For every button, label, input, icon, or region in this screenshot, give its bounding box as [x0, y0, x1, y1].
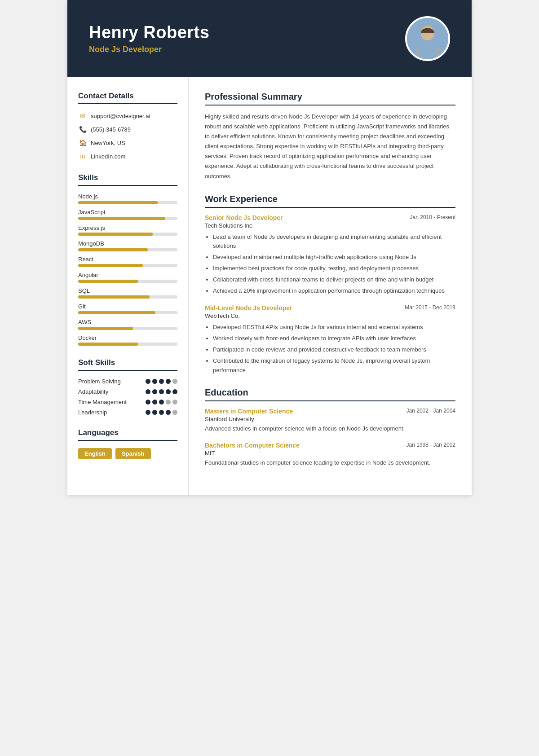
skill-bar-bg	[78, 311, 177, 314]
languages-title: Languages	[78, 428, 177, 437]
body: Contact Details ✉support@cvdesigner.ai📞(…	[67, 77, 472, 495]
skill-dot	[172, 379, 177, 384]
skill-bar-fill	[78, 311, 155, 314]
summary-divider	[205, 105, 455, 105]
skill-bar-bg	[78, 217, 177, 220]
skill-items: Node.js JavaScript Express.js MongoDB Re…	[78, 193, 177, 346]
skills-title: Skills	[78, 173, 177, 182]
summary-section: Professional Summary Highly skilled and …	[205, 92, 455, 181]
skill-item: Docker	[78, 334, 177, 346]
skill-name: Git	[78, 303, 177, 310]
phone-icon: 📞	[78, 125, 87, 134]
skill-dot	[172, 410, 177, 415]
soft-skills-section: Soft Skills Problem Solving Adaptability…	[78, 358, 177, 416]
edu-degree: Masters in Computer Science	[205, 408, 293, 415]
soft-skill-item: Adaptability	[78, 388, 177, 395]
skill-name: JavaScript	[78, 209, 177, 215]
skill-dot	[159, 379, 164, 384]
skill-item: Angular	[78, 272, 177, 283]
languages-divider	[78, 440, 177, 441]
skill-name: React	[78, 256, 177, 263]
summary-text: Highly skilled and results-driven Node J…	[205, 112, 455, 181]
soft-skill-name: Time Management	[78, 399, 146, 405]
soft-skill-name: Problem Solving	[78, 378, 146, 385]
edu-item: Bachelors in Computer Science Jan 1998 -…	[205, 442, 455, 468]
skill-dot	[146, 400, 150, 404]
soft-skill-item: Problem Solving	[78, 378, 177, 385]
skill-dot	[146, 379, 150, 384]
main-content: Professional Summary Highly skilled and …	[189, 77, 472, 495]
edu-items: Masters in Computer Science Jan 2002 - J…	[205, 408, 455, 468]
skill-item: Git	[78, 303, 177, 314]
education-section: Education Masters in Computer Science Ja…	[205, 387, 455, 468]
language-tag: English	[78, 448, 112, 459]
skill-bar-bg	[78, 295, 177, 299]
bullet-item: Achieved a 20% improvement in applicatio…	[213, 286, 455, 296]
soft-skill-name: Leadership	[78, 409, 146, 416]
contact-section: Contact Details ✉support@cvdesigner.ai📞(…	[78, 92, 177, 161]
dots	[146, 410, 177, 415]
skill-bar-fill	[78, 201, 158, 204]
edu-header: Bachelors in Computer Science Jan 1998 -…	[205, 442, 455, 449]
soft-skills-title: Soft Skills	[78, 358, 177, 367]
skills-section: Skills Node.js JavaScript Express.js Mon…	[78, 173, 177, 346]
job-header: Mid-Level Node Js Developer Mar 2015 - D…	[205, 304, 455, 312]
contact-value: LinkedIn.com	[91, 153, 125, 160]
skill-name: MongoDB	[78, 240, 177, 247]
skill-bar-fill	[78, 217, 165, 220]
skill-bar-fill	[78, 343, 138, 346]
bullet-item: Implemented best practices for code qual…	[213, 264, 455, 273]
skill-dot	[166, 389, 171, 394]
svg-point-4	[417, 41, 438, 59]
contact-items: ✉support@cvdesigner.ai📞(555) 345-6789🏠Ne…	[78, 111, 177, 161]
skill-dot	[172, 389, 177, 394]
skill-name: Node.js	[78, 193, 177, 200]
education-divider	[205, 400, 455, 401]
address-icon: 🏠	[78, 138, 87, 147]
skill-dot	[166, 400, 171, 404]
bullet-item: Developed and maintained multiple high-t…	[213, 253, 455, 262]
skill-bar-bg	[78, 201, 177, 204]
skill-item: AWS	[78, 319, 177, 330]
skill-bar-bg	[78, 233, 177, 236]
skill-dot	[159, 400, 164, 404]
job-items: Senior Node Js Developer Jan 2010 - Pres…	[205, 214, 455, 375]
contact-value: (555) 345-6789	[91, 126, 131, 133]
contact-value: NewYork, US	[91, 140, 125, 146]
skill-item: Node.js	[78, 193, 177, 204]
linkedin-icon: in	[78, 152, 87, 161]
contact-item: 📞(555) 345-6789	[78, 125, 177, 134]
skill-item: React	[78, 256, 177, 267]
bullet-item: Lead a team of Node Js developers in des…	[213, 233, 455, 251]
skill-dot	[159, 410, 164, 415]
bullet-item: Participated in code reviews and provide…	[213, 345, 455, 355]
job-item: Senior Node Js Developer Jan 2010 - Pres…	[205, 214, 455, 296]
work-experience-title: Work Experience	[205, 194, 455, 204]
edu-item: Masters in Computer Science Jan 2002 - J…	[205, 408, 455, 434]
header: Henry Roberts Node Js Developer	[67, 0, 472, 77]
edu-desc: Foundational studies in computer science…	[205, 458, 455, 468]
summary-title: Professional Summary	[205, 92, 455, 102]
sidebar: Contact Details ✉support@cvdesigner.ai📞(…	[67, 77, 189, 495]
contact-item: ✉support@cvdesigner.ai	[78, 111, 177, 120]
skill-item: JavaScript	[78, 209, 177, 220]
job-dates: Mar 2015 - Dec 2019	[405, 304, 455, 311]
bullet-item: Collaborated with cross-functional teams…	[213, 275, 455, 285]
skill-bar-bg	[78, 248, 177, 251]
skill-item: Express.js	[78, 224, 177, 236]
skill-bar-fill	[78, 248, 148, 251]
skill-name: Docker	[78, 334, 177, 341]
job-company: WebTech Co.	[205, 312, 455, 319]
skill-bar-bg	[78, 280, 177, 283]
soft-skill-item: Leadership	[78, 409, 177, 416]
skill-dot	[146, 410, 150, 415]
skill-dot	[152, 389, 157, 394]
contact-item: 🏠NewYork, US	[78, 138, 177, 147]
header-text: Henry Roberts Node Js Developer	[89, 23, 209, 54]
skill-dot	[152, 400, 157, 404]
soft-skill-item: Time Management	[78, 399, 177, 405]
skill-bar-bg	[78, 327, 177, 330]
edu-header: Masters in Computer Science Jan 2002 - J…	[205, 408, 455, 415]
skill-name: Angular	[78, 272, 177, 278]
skill-item: MongoDB	[78, 240, 177, 251]
